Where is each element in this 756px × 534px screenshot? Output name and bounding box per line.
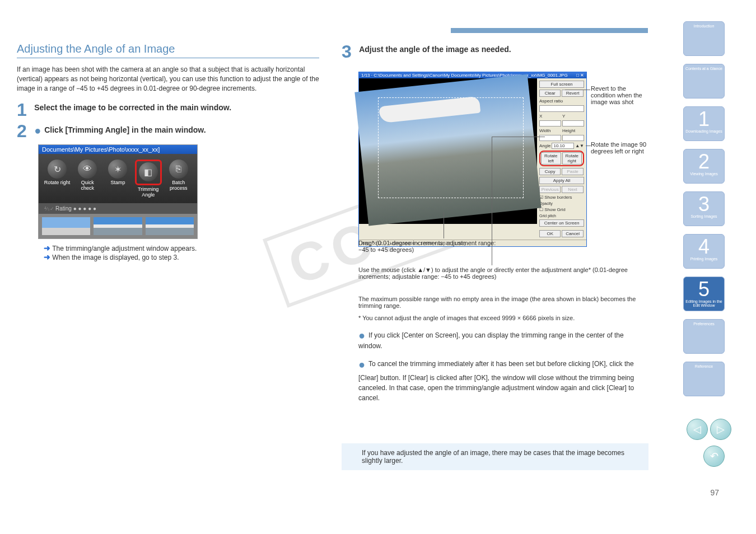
quick-check-icon: 👁 [78, 160, 97, 179]
nav-chapter-1[interactable]: 1Downloading Images [683, 106, 725, 141]
step-1: 1 Select the image to be corrected in th… [17, 101, 319, 119]
batch-process-button[interactable]: ⎘Batch process [165, 160, 192, 198]
step-2: 2 ●Click [Trimming Angle] in the main wi… [17, 122, 319, 140]
callout-note: * You cannot adjust the angle of images … [358, 315, 644, 321]
callout-mouse: Use the mouse (click ▲/▼) to adjust the … [358, 266, 644, 280]
canvas-area[interactable] [359, 78, 537, 224]
rotate-right-button[interactable]: Rotate right [562, 152, 582, 165]
crop-border[interactable] [378, 97, 524, 198]
opacity-label: Opacity [539, 202, 584, 205]
callout-revert: Revert to the condition when the image w… [591, 85, 647, 105]
nav-chapter-3[interactable]: 3Sorting Images [683, 191, 725, 226]
fullscreen-button[interactable]: Full screen [539, 81, 584, 88]
toolbar-row: ↻Rotate right 👁Quick check ✶Stamp ◧Trimm… [39, 154, 197, 203]
callout-maxrange: The maximum possible range with no empty… [358, 296, 644, 309]
x-input[interactable] [539, 120, 561, 127]
angle-row: Angle10.10▲▼ [539, 143, 584, 149]
nav-contents[interactable]: Contents at a Glance [683, 64, 725, 99]
quick-check-button[interactable]: 👁Quick check [74, 160, 101, 198]
bullet-icon: ● [358, 329, 365, 341]
step-3-text: Adjust the angle of the image as needed. [359, 43, 511, 54]
y-input[interactable] [562, 120, 584, 127]
side-panel: Full screen ClearRevert Aspect ratio XY … [537, 78, 586, 240]
thumb [146, 217, 194, 235]
gridpitch-label: Grid pitch [539, 214, 584, 218]
intro-text: If an image has been shot with the camer… [17, 65, 319, 93]
angle-input[interactable]: 10.10 [552, 143, 574, 149]
arrow-icon: ➜ [44, 252, 50, 261]
sidebar-nav: Introduction Contents at a Glance 1Downl… [683, 21, 725, 396]
bullet-centeron: ●If you click [Center on Screen], you ca… [358, 329, 647, 350]
paste-button: Paste [562, 168, 583, 175]
page-number: 97 [710, 488, 719, 497]
clear-button[interactable]: Clear [539, 90, 561, 97]
aspect-input[interactable] [539, 105, 584, 112]
ok-button[interactable]: OK [539, 230, 561, 237]
bullet-icon: ● [34, 124, 41, 137]
rating-row: ⁴⁄₅✓ Rating ● ● ● ● ● [39, 203, 197, 214]
aspect-label: Aspect ratio [539, 99, 584, 104]
trimming-icon: ◧ [139, 162, 158, 181]
step-number-3: 3 [342, 43, 352, 60]
step-number-1: 1 [17, 101, 27, 119]
step-number-2: 2 [17, 122, 27, 140]
accent-bar [451, 28, 648, 33]
callout-drag: Drag* (0.01-degree increments; adjustmen… [358, 240, 498, 253]
previous-button: Previous [539, 186, 561, 193]
nav-chapter-4[interactable]: 4Printing Images [683, 234, 725, 269]
prev-page-button[interactable]: ◁ [687, 419, 708, 440]
height-input[interactable] [562, 135, 584, 141]
back-button[interactable]: ↶ [703, 446, 725, 467]
tip-box: If you have adjusted the angle of an ima… [342, 443, 648, 470]
rotate-right-button[interactable]: ↻Rotate right [44, 160, 71, 198]
center-on-screen-button[interactable]: Center on Screen [539, 219, 584, 227]
bullet-cancel: ●To cancel the trimming immediately afte… [358, 356, 647, 403]
result-1: The trimming/angle adjustment window app… [52, 245, 197, 252]
rotate-highlight: Rotate leftRotate right [539, 151, 584, 166]
nav-chapter-2[interactable]: 2Viewing Images [683, 149, 725, 184]
stamp-button[interactable]: ✶Stamp [104, 160, 131, 198]
nav-chapter-5[interactable]: 5Editing Images in the Edit Window [683, 277, 725, 311]
trimming-angle-button[interactable]: ◧Trimming Angle [135, 160, 162, 198]
show-borders-check[interactable]: ☑ Show borders [539, 195, 584, 200]
step-1-text: Select the image to be corrected in the … [34, 101, 231, 112]
step-3-header: 3 Adjust the angle of the image as neede… [342, 43, 655, 60]
toolbar-screenshot: Documents\My Pictures\Photo\xxxx_xx_xx] … [38, 144, 198, 239]
copy-button[interactable]: Copy [539, 168, 561, 175]
toolbar-titlebar: Documents\My Pictures\Photo\xxxx_xx_xx] [39, 145, 197, 154]
nav-reference[interactable]: Reference [683, 362, 725, 396]
batch-icon: ⎘ [169, 160, 188, 179]
revert-button[interactable]: Revert [562, 90, 583, 97]
callout-rotate90: Rotate the image 90 degrees left or righ… [591, 141, 649, 154]
thumb [94, 217, 142, 235]
thumbnails-row [39, 214, 197, 238]
angle-spinner[interactable]: ▲▼ [575, 143, 584, 148]
editor-titlebar: 1/13 · C:\Documents and Settings\Canon\M… [359, 72, 586, 78]
show-grid-check[interactable]: ☐ Show Grid [539, 207, 584, 212]
thumb [42, 217, 90, 235]
stamp-icon: ✶ [108, 160, 127, 179]
rotate-left-button[interactable]: Rotate left [541, 152, 561, 165]
step-2-text: Click [Trimming Angle] in the main windo… [44, 126, 206, 135]
width-input[interactable] [539, 135, 561, 141]
cancel-button[interactable]: Cancel [562, 230, 583, 237]
next-button: Next [562, 186, 583, 193]
step-2-results: ➜ The trimming/angle adjustment window a… [44, 243, 319, 261]
nav-introduction[interactable]: Introduction [683, 21, 725, 56]
rotate-icon: ↻ [48, 160, 67, 179]
bullet-icon: ● [358, 358, 365, 371]
section-title: Adjusting the Angle of an Image [17, 43, 319, 58]
editor-screenshot: 1/13 · C:\Documents and Settings\Canon\M… [358, 72, 587, 247]
main-section: Adjusting the Angle of an Image If an im… [17, 43, 319, 261]
nav-preferences[interactable]: Preferences [683, 319, 725, 354]
result-2: When the image is displayed, go to step … [52, 254, 179, 261]
arrow-icon: ➜ [44, 243, 50, 252]
page-arrows: ◁ ▷ [687, 419, 731, 440]
next-page-button[interactable]: ▷ [710, 419, 731, 440]
apply-all-button[interactable]: Apply All [539, 177, 584, 184]
